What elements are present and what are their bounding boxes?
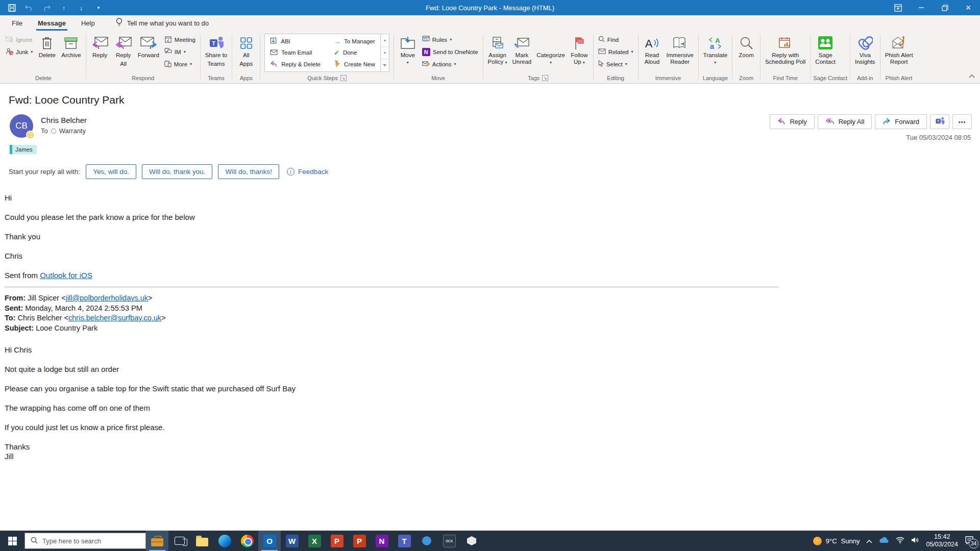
categorize-button[interactable]: Categorize▾ [534,33,568,73]
taskbar-item-powerpoint-2[interactable]: P [348,531,371,551]
minimize-button[interactable] [910,0,933,15]
reply-all-button[interactable]: Reply All [112,33,135,73]
quick-step-team-email[interactable]: Team Email [270,47,321,58]
archive-button[interactable]: Archive [59,33,83,73]
taskbar-item-word[interactable]: W [281,531,303,551]
taskbar-item-powerpoint[interactable]: P [326,531,348,551]
share-to-teams-header-button[interactable]: T [930,114,949,129]
notification-center-icon[interactable]: 34 [965,536,974,546]
select-button[interactable]: Select ▾ [597,59,635,69]
forward-button[interactable]: Forward [135,33,162,73]
taskbar-item-task-view[interactable] [168,531,191,551]
reply-button[interactable]: Reply [88,33,112,73]
avatar[interactable]: CB [10,114,33,138]
find-button[interactable]: Find [597,34,635,45]
more-respond-button[interactable]: More ▾ [163,59,197,69]
feedback-link[interactable]: i Feedback [287,168,328,176]
next-item-icon[interactable]: ↓ [77,3,86,12]
taskbar-search[interactable]: Type here to search [24,533,146,549]
ignore-button[interactable]: Ignore [4,34,34,45]
share-to-teams-button[interactable]: T Share to Teams [203,33,230,73]
sage-contact-button[interactable]: SageContact [813,33,838,73]
ribbon-display-options-icon[interactable] [886,0,910,15]
forward-action-button[interactable]: Forward [875,114,927,129]
quick-step-done[interactable]: ✓ Done [334,47,375,58]
suggested-reply-button[interactable]: Will do, thanks! [218,164,279,179]
related-button[interactable]: Related ▾ [597,46,635,57]
immersive-reader-button[interactable]: ImmersiveReader [664,33,696,73]
from-email-link[interactable]: jill@polborderholidays.uk [66,294,148,302]
translate-button[interactable]: aA Translate▾ [701,33,730,73]
mark-unread-button[interactable]: MarkUnread [510,33,534,73]
reply-action-button[interactable]: Reply [770,114,814,129]
delete-button[interactable]: Delete [35,33,59,73]
taskbar-item-file-explorer[interactable] [191,531,213,551]
phish-alert-report-button[interactable]: Phish AlertReport [883,33,916,73]
gallery-more-icon[interactable]: ▼ [381,59,389,71]
taskbar-item-briefcase-app[interactable] [146,531,168,551]
scheduling-poll-button[interactable]: Reply withScheduling Poll [763,33,808,73]
customize-quick-access-icon[interactable]: ▾ [94,3,103,12]
actions-button[interactable]: Actions ▾ [421,59,480,69]
follow-up-button[interactable]: FollowUp ▾ [568,33,591,73]
quick-step-abi[interactable]: ABI [270,36,321,47]
quick-step-reply-delete[interactable]: Reply & Delete [270,59,321,70]
taskbar-item-teams[interactable]: T [393,531,415,551]
previous-item-icon[interactable]: ↑ [59,3,68,12]
category-tag[interactable]: James [10,145,37,154]
tab-file[interactable]: File [4,15,30,31]
quick-step-create-new[interactable]: Create New [334,59,375,70]
close-button[interactable]: × [957,0,980,15]
taskbar-item-chrome[interactable] [236,531,258,551]
suggested-reply-button[interactable]: Will do, thank you. [142,164,212,179]
redo-icon[interactable] [42,3,51,12]
send-to-onenote-button[interactable]: N Send to OneNote [421,46,480,57]
undo-icon[interactable] [24,3,34,12]
scroll-down-icon[interactable]: ▼ [381,47,389,60]
move-button[interactable]: Move▾ [396,33,420,73]
save-icon[interactable] [7,3,16,12]
tray-chevron-up-icon[interactable] [866,537,872,545]
tab-message[interactable]: Message [30,15,74,31]
suggested-reply-button[interactable]: Yes, will do. [86,164,136,179]
wifi-icon[interactable] [896,537,904,545]
taskbar-item-onenote[interactable]: N [371,531,393,551]
onedrive-icon[interactable] [879,537,889,545]
to-email-link[interactable]: chris.belcher@surfbay.co.uk [68,314,161,322]
chevron-down-icon: ▾ [714,60,716,65]
taskbar-item-edge[interactable] [213,531,236,551]
collapse-ribbon-icon[interactable] [969,71,975,80]
volume-icon[interactable] [911,537,919,545]
tell-me-box[interactable]: Tell me what you want to do [116,18,209,28]
recipient-name[interactable]: Warranty [59,127,86,135]
weather-widget[interactable]: 9°C Sunny [813,537,860,545]
taskbar-item-outlook[interactable]: O [258,531,281,551]
rules-button[interactable]: Rules ▾ [421,34,480,45]
restore-button[interactable] [933,0,957,15]
more-actions-button[interactable]: ••• [952,114,972,129]
junk-button[interactable]: Junk ▾ [4,46,34,57]
im-button[interactable]: IM ▾ [163,46,197,57]
quick-step-to-manager[interactable]: → To Manager [334,36,375,47]
meeting-button[interactable]: Meeting [163,34,197,45]
sender-name[interactable]: Chris Belcher [41,114,87,124]
briefcase-icon [151,538,163,546]
all-apps-button[interactable]: All Apps [234,33,258,73]
reply-all-action-button[interactable]: Reply All [818,114,872,129]
taskbar-item-excel[interactable]: X [303,531,326,551]
tab-help[interactable]: Help [74,15,103,31]
taskbar-item-3d-app[interactable] [460,531,483,551]
assign-policy-button[interactable]: AssignPolicy ▾ [485,33,510,73]
ignore-icon [6,36,13,43]
taskbar-item-dcx-app[interactable]: ocx [438,531,460,551]
taskbar-item-blue-app[interactable] [415,531,438,551]
dialog-launcher-icon[interactable]: ↘ [542,75,548,81]
start-button[interactable] [0,531,24,551]
dialog-launcher-icon[interactable]: ↘ [340,75,347,81]
zoom-button[interactable]: Zoom [734,33,758,73]
read-aloud-button[interactable]: A ReadAloud [641,33,664,73]
taskbar-clock[interactable]: 15:42 05/03/2024 [926,533,958,548]
scroll-up-icon[interactable]: ▲ [381,34,389,47]
outlook-for-ios-link[interactable]: Outlook for iOS [40,271,92,280]
viva-insights-button[interactable]: VivaInsights [852,33,878,73]
